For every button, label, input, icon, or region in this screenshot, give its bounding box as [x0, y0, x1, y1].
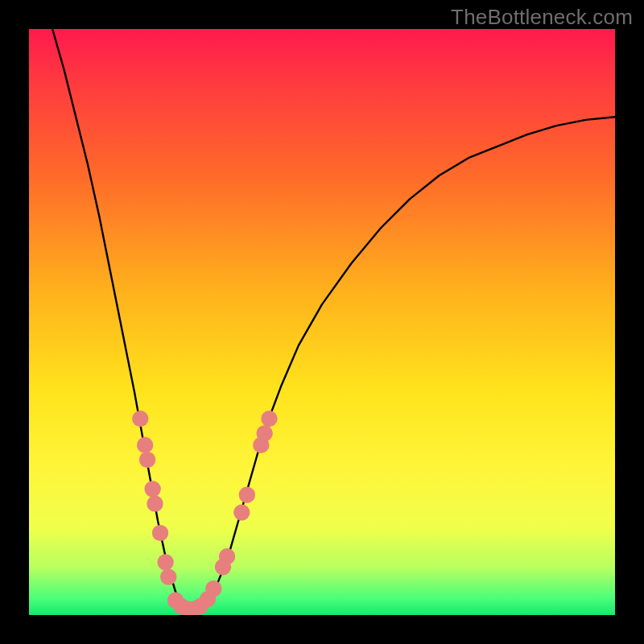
v-curve	[52, 29, 615, 612]
highlight-dot	[160, 568, 176, 584]
highlight-dot	[137, 437, 153, 453]
highlight-dot	[139, 452, 155, 468]
highlight-dot	[205, 580, 221, 597]
plot-area	[29, 29, 615, 615]
highlight-dot	[256, 425, 272, 441]
highlight-dot	[147, 495, 163, 511]
highlight-dot	[261, 411, 277, 427]
highlight-dot	[239, 487, 255, 503]
highlight-dot	[219, 548, 235, 564]
highlight-dot	[144, 481, 160, 497]
watermark-text: TheBottleneck.com	[451, 5, 633, 30]
curve-layer	[29, 29, 615, 615]
chart-container: TheBottleneck.com	[0, 0, 644, 644]
highlight-dot	[233, 504, 250, 520]
highlight-dot	[157, 554, 173, 570]
highlight-dot	[132, 411, 148, 427]
highlight-dot	[152, 525, 168, 541]
